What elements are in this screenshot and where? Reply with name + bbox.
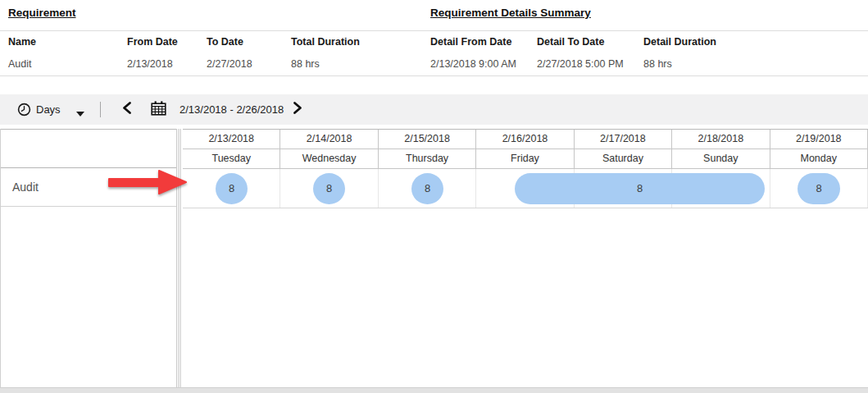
col-header-detail-duration: Detail Duration [643, 36, 716, 48]
event-bubble-2-14[interactable]: 8 [313, 173, 345, 204]
cell-detail-to-date: 2/27/2018 5:00 PM [537, 58, 624, 70]
details-section-title: Requirement Details Summary [430, 7, 591, 19]
day-header: Saturday [575, 149, 672, 168]
header-top-divider [0, 30, 868, 31]
col-header-from-date: From Date [127, 36, 178, 48]
pane-splitter[interactable] [178, 129, 181, 387]
clock-icon [17, 103, 31, 119]
visible-date-range: 2/13/2018 - 2/26/2018 [180, 103, 284, 116]
resource-pane-header [1, 129, 176, 168]
day-header: Monday [770, 149, 868, 168]
calendar-icon [151, 106, 166, 118]
date-header: 2/13/2018 [183, 130, 280, 149]
event-bubble-2-13[interactable]: 8 [216, 173, 248, 204]
col-header-total-duration: Total Duration [291, 36, 360, 48]
horizontal-scrollbar[interactable] [0, 387, 868, 393]
event-bar-2-16-to-2-18[interactable]: 8 [515, 173, 765, 204]
resource-pane: Audit [0, 129, 177, 387]
col-header-detail-to-date: Detail To Date [537, 36, 604, 48]
event-bubble-2-15[interactable]: 8 [411, 173, 443, 204]
day-header: Thursday [379, 149, 476, 168]
cell-detail-from-date: 2/13/2018 9:00 AM [430, 58, 516, 70]
date-header: 2/18/2018 [672, 130, 770, 149]
date-header: 2/15/2018 [379, 130, 476, 149]
date-header-row: 2/13/2018 2/14/2018 2/15/2018 2/16/2018 … [183, 130, 868, 149]
scheduler-app: Requirement Requirement Details Summary … [0, 0, 868, 393]
chevron-right-icon [293, 105, 303, 117]
dropdown-caret-icon [75, 107, 85, 120]
date-header: 2/19/2018 [770, 130, 868, 149]
requirement-section-title: Requirement [8, 7, 76, 19]
calendar-picker-button[interactable] [149, 101, 167, 118]
next-period-button[interactable] [289, 101, 306, 117]
day-header: Wednesday [280, 149, 378, 168]
date-header: 2/14/2018 [280, 130, 378, 149]
cell-total-duration: 88 hrs [291, 58, 320, 70]
timeline-grid: 2/13/2018 2/14/2018 2/15/2018 2/16/2018 … [183, 129, 868, 387]
day-header: Friday [476, 149, 574, 168]
toolbar-separator [100, 102, 101, 117]
event-bubble-2-19[interactable]: 8 [798, 173, 840, 204]
day-header: Tuesday [183, 149, 280, 168]
cell-name: Audit [8, 58, 32, 70]
previous-period-button[interactable] [118, 101, 134, 117]
chevron-left-icon [121, 105, 132, 117]
summary-bottom-divider [0, 75, 868, 76]
day-header: Sunday [672, 149, 770, 168]
date-header: 2/16/2018 [476, 130, 574, 149]
cell-from-date: 2/13/2018 [127, 58, 173, 70]
day-header-row: Tuesday Wednesday Thursday Friday Saturd… [183, 149, 868, 169]
view-mode-dropdown[interactable]: Days [13, 98, 92, 121]
col-header-name: Name [8, 36, 36, 48]
timeline-toolbar: Days 2/13/2018 - 2/26/2018 [0, 94, 868, 125]
col-header-detail-from-date: Detail From Date [430, 36, 511, 48]
cell-to-date: 2/27/2018 [207, 58, 252, 70]
col-header-to-date: To Date [207, 36, 243, 48]
date-header: 2/17/2018 [575, 130, 672, 149]
cell-detail-duration: 88 hrs [643, 58, 672, 70]
resource-row-audit[interactable]: Audit [1, 168, 176, 207]
view-mode-label: Days [36, 103, 61, 116]
event-row-audit: 8 8 8 8 8 [183, 169, 868, 208]
